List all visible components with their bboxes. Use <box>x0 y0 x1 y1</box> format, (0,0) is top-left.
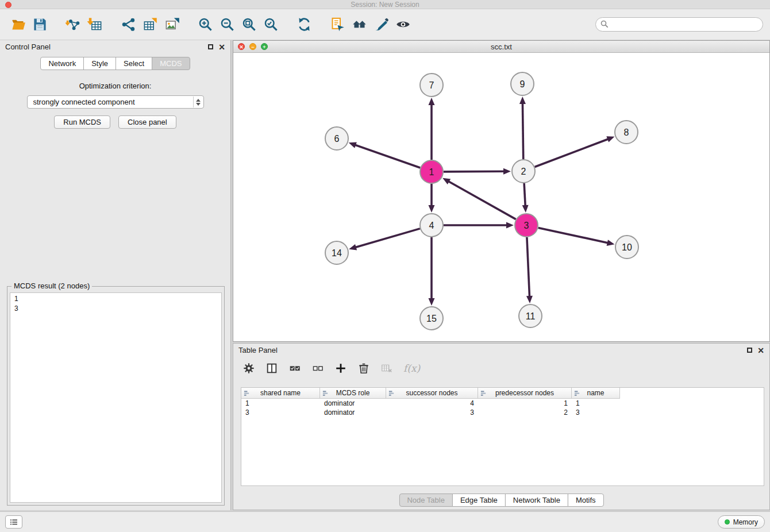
create-column-button[interactable] <box>334 362 347 375</box>
app-titlebar: Session: New Session <box>0 0 770 9</box>
select-all-icon <box>288 362 301 375</box>
table-cell[interactable]: 1 <box>241 399 320 408</box>
graph-edge-3-11[interactable] <box>527 237 530 297</box>
graph-edge-3-1[interactable] <box>448 181 516 219</box>
zoom-fit-button[interactable] <box>238 14 260 36</box>
column-header-MCDS-role[interactable]: MCDS role <box>320 388 386 399</box>
network-canvas[interactable]: 7968124314101511 <box>233 53 768 341</box>
graph-node-label: 8 <box>624 128 629 137</box>
float-panel-button[interactable] <box>208 44 213 49</box>
table-cell[interactable]: 1 <box>478 399 572 408</box>
zoom-fit-icon <box>241 17 257 32</box>
memory-label: Memory <box>733 518 758 526</box>
tab-network[interactable]: Network <box>40 57 84 70</box>
graph-edge-arrowhead <box>606 136 614 142</box>
zoom-out-button[interactable] <box>216 14 238 36</box>
copy-document-button[interactable] <box>326 14 348 36</box>
application-window: Session: New Session <box>0 0 770 532</box>
float-table-panel-button[interactable] <box>747 348 752 353</box>
table-cell[interactable]: 3 <box>386 408 478 417</box>
task-history-button[interactable] <box>5 515 22 529</box>
run-mcds-button[interactable]: Run MCDS <box>54 115 110 129</box>
new-network-button[interactable] <box>117 14 139 36</box>
table-panel-header: Table Panel ✕ <box>233 344 769 357</box>
document-share-icon <box>330 17 345 32</box>
table-cell[interactable]: 3 <box>572 408 620 417</box>
network-close-button[interactable]: ✕ <box>238 43 245 50</box>
table-cell[interactable]: dominator <box>320 408 386 417</box>
mcds-result-item[interactable]: 1 <box>10 294 221 304</box>
tab-mcds[interactable]: MCDS <box>152 57 190 70</box>
optimization-criterion-select[interactable]: strongly connected component <box>27 95 204 109</box>
table-cell[interactable]: 3 <box>241 408 320 417</box>
delete-table-button[interactable] <box>380 362 393 375</box>
table-cell[interactable]: 4 <box>386 399 478 408</box>
graph-edge-4-14[interactable] <box>355 229 420 248</box>
network-home-button[interactable] <box>348 14 370 36</box>
search-input[interactable] <box>595 17 763 32</box>
column-header-predecessor-nodes[interactable]: predecessor nodes <box>478 388 572 399</box>
export-table-button[interactable] <box>139 14 161 36</box>
apply-layout-button[interactable] <box>293 14 315 36</box>
mcds-result-list[interactable]: 13 <box>10 292 222 503</box>
graph-edge-arrowhead <box>607 240 615 246</box>
columns-icon <box>265 362 278 375</box>
export-image-button[interactable] <box>161 14 183 36</box>
close-table-panel-button[interactable]: ✕ <box>757 346 764 354</box>
sort-icon <box>480 390 487 396</box>
column-header-successor-nodes[interactable]: successor nodes <box>386 388 478 399</box>
apply-style-button[interactable] <box>370 14 392 36</box>
import-table-icon <box>87 17 103 32</box>
import-network-button[interactable] <box>62 14 84 36</box>
main-toolbar <box>0 9 770 40</box>
gear-icon <box>242 362 255 375</box>
function-builder-button[interactable]: f(x) <box>403 363 420 374</box>
column-header-name[interactable]: name <box>572 388 620 399</box>
window-title: Session: New Session <box>0 0 770 9</box>
table-row[interactable]: 3dominator323 <box>241 408 764 417</box>
close-control-panel-button[interactable]: ✕ <box>218 43 225 51</box>
graph-edge-2-3[interactable] <box>524 183 525 206</box>
tab-edge-table[interactable]: Edge Table <box>452 494 506 507</box>
unselect-all-columns-button[interactable] <box>311 362 324 375</box>
zoom-out-icon <box>220 17 235 32</box>
save-session-button[interactable] <box>29 14 51 36</box>
tab-style[interactable]: Style <box>83 57 116 70</box>
select-all-columns-button[interactable] <box>288 362 301 375</box>
zoom-in-button[interactable] <box>194 14 216 36</box>
tab-motifs[interactable]: Motifs <box>568 494 604 507</box>
open-session-button[interactable] <box>7 14 29 36</box>
node-table: shared nameMCDS rolesuccessor nodesprede… <box>241 387 764 486</box>
show-columns-button[interactable] <box>265 362 278 375</box>
import-table-button[interactable] <box>84 14 106 36</box>
graph-edge-2-8[interactable] <box>535 139 609 167</box>
table-cell[interactable]: dominator <box>320 399 386 408</box>
graph-edge-arrowhead <box>522 205 529 213</box>
sort-icon <box>388 390 395 396</box>
graph-edge-1-6[interactable] <box>355 145 420 168</box>
tab-select[interactable]: Select <box>116 57 152 70</box>
column-header-shared-name[interactable]: shared name <box>241 388 320 399</box>
graph-node-label: 14 <box>332 248 342 258</box>
delete-column-button[interactable] <box>357 362 370 375</box>
zoom-selected-button[interactable] <box>260 14 282 36</box>
graph-edge-arrowhead <box>503 168 511 175</box>
tab-node-table[interactable]: Node Table <box>399 494 453 507</box>
network-maximize-button[interactable]: + <box>261 43 268 50</box>
show-hide-button[interactable] <box>392 14 414 36</box>
mcds-result-item[interactable]: 3 <box>10 304 221 314</box>
close-mcds-panel-button[interactable]: Close panel <box>118 115 176 129</box>
graph-edge-2-9[interactable] <box>522 103 523 159</box>
table-cell[interactable]: 2 <box>478 408 572 417</box>
memory-button[interactable]: Memory <box>718 515 765 529</box>
graph-edge-arrowhead <box>349 142 357 148</box>
network-minimize-button[interactable]: − <box>249 43 256 50</box>
table-settings-button[interactable] <box>242 362 255 375</box>
graph-edge-arrowhead <box>429 98 435 105</box>
graph-edge-1-2[interactable] <box>444 171 505 172</box>
table-row[interactable]: 1dominator411 <box>241 399 764 408</box>
table-cell[interactable]: 1 <box>572 399 620 408</box>
graph-edge-3-10[interactable] <box>538 228 609 243</box>
tab-network-table[interactable]: Network Table <box>505 494 568 507</box>
mcds-result-groupbox: MCDS result (2 nodes) 13 <box>7 286 225 506</box>
